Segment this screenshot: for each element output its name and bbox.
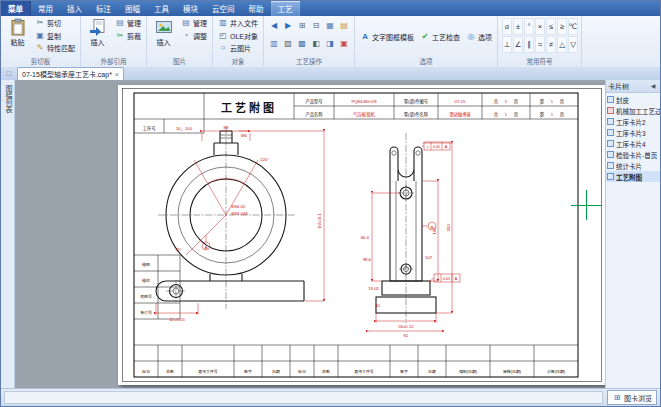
symbol-degree-button[interactable]: ° <box>524 18 534 35</box>
card-browse-button[interactable]: 图卡浏览 <box>607 390 657 405</box>
row-ops-button[interactable] <box>267 35 281 53</box>
group-clipboard: 粘贴 剪切 复制 特性匹配 剪切板 <box>1 16 81 67</box>
dim-66-4: 66.4 <box>361 235 370 240</box>
options-button[interactable]: 选项 <box>464 31 494 44</box>
xref-manage-button[interactable]: 管理 <box>113 17 143 30</box>
tab-module[interactable]: 模块 <box>176 1 205 16</box>
card-icon-red <box>607 107 614 114</box>
image-insert-icon <box>155 18 173 36</box>
bt-cell-3: 签字 <box>244 369 252 374</box>
text-frame-template-label: 文字图框模板 <box>372 32 414 42</box>
close-document-icon[interactable]: × <box>115 71 119 78</box>
symbol-celsius-button[interactable]: ℃ <box>568 18 578 35</box>
shift-right-button[interactable] <box>323 35 337 53</box>
tab-help[interactable]: 帮助 <box>242 1 271 16</box>
pages2-ye1: 页 <box>514 112 519 118</box>
symbol-angle-button[interactable]: ∠ <box>513 36 523 53</box>
ole-object-button[interactable]: OLE对象 <box>216 30 260 43</box>
tab-insert[interactable]: 插入 <box>60 1 89 16</box>
match-properties-button[interactable]: 特性匹配 <box>33 42 77 55</box>
merge-cells-button[interactable] <box>281 35 295 53</box>
text-frame-template-button[interactable]: 文字图框模板 <box>358 31 416 44</box>
card-icon <box>607 129 614 136</box>
merge-cells-icon <box>283 39 293 49</box>
symbol-lessequal-button[interactable]: ≤ <box>546 18 556 35</box>
op-number-box: 工序号 10、100 <box>134 119 204 133</box>
cloud-image-button[interactable]: 云图片 <box>216 42 260 55</box>
symbol-greaterequal-button[interactable]: ≥ <box>557 18 567 35</box>
edit-table-button[interactable] <box>337 17 351 35</box>
image-adjust-label: 调整 <box>193 31 207 41</box>
group-image: 插入 管理 调整 图片 <box>147 16 213 67</box>
next-card-icon <box>283 21 293 31</box>
collapse-panel-icon[interactable] <box>648 81 658 91</box>
drawing-canvas[interactable]: 工艺附图 产品型号 PQ84J80×28 零(部)件图号 07-15 共 1 页… <box>15 80 605 389</box>
document-tab[interactable]: 07-15模型轴承座工艺卡.cap* × <box>17 67 124 80</box>
tab-cloud[interactable]: 云空间 <box>205 1 242 16</box>
bt-cell-7: 更改文件号 <box>354 369 374 374</box>
copy-label: 复制 <box>47 31 61 41</box>
tree-item-op-card-2[interactable]: 工序卡片2 <box>606 116 660 127</box>
image-insert-button[interactable]: 插入 <box>150 17 177 48</box>
split-cells-button[interactable] <box>295 35 309 53</box>
drawing-sheet[interactable]: 工艺附图 产品型号 PQ84J80×28 零(部)件图号 07-15 共 1 页… <box>118 85 605 385</box>
cut-button[interactable]: 剪切 <box>33 17 77 30</box>
symbol-notequal-button[interactable]: ≠ <box>546 36 556 53</box>
symbol-parallel-button[interactable]: ∥ <box>524 36 534 53</box>
card-icon <box>607 173 614 180</box>
fill-table-button[interactable] <box>323 17 337 35</box>
paste-button[interactable]: 粘贴 <box>4 17 31 48</box>
main-area: 图幅列表 <box>1 80 660 389</box>
tree-item-op-card-4[interactable]: 工序卡片4 <box>606 138 660 149</box>
tree-item-label: 工序卡片2 <box>616 117 646 127</box>
symbol-triangle-down-button[interactable]: ▽ <box>568 36 578 53</box>
left-box-bind-no: 装订号 <box>140 310 152 315</box>
next-card-button[interactable] <box>281 17 295 35</box>
tree-item-cover[interactable]: 封皮 <box>606 94 660 105</box>
tab-frame[interactable]: 图幅 <box>118 1 147 16</box>
part-no-label: 零(部)件图号 <box>404 98 428 105</box>
symbol-plusminus-button[interactable]: ± <box>513 18 523 35</box>
tree-item-process-card[interactable]: 机械加工工艺过程卡片 <box>606 105 660 116</box>
ribbon: 粘贴 剪切 复制 特性匹配 剪切板 <box>1 16 660 68</box>
frame-list-tab[interactable]: 图幅列表 <box>1 80 13 113</box>
symbol-diameter-button[interactable]: ⌀ <box>502 18 512 35</box>
tab-annotate[interactable]: 标注 <box>89 1 118 16</box>
tree-item-label: 检验卡片-首页 <box>616 150 657 160</box>
options-label: 选项 <box>478 32 492 42</box>
delete-row-button[interactable] <box>309 17 323 35</box>
symbol-perpendicular-button[interactable]: ⊥ <box>502 36 512 53</box>
image-adjust-button[interactable]: 调整 <box>179 30 209 43</box>
tab-process-active[interactable]: 工艺 <box>271 1 300 16</box>
symbol-triangle-up-button[interactable]: △ <box>557 36 567 53</box>
symbol-approx-button[interactable]: ≈ <box>535 36 545 53</box>
menu-bar: 菜单 常用 插入 标注 图幅 工具 模块 云空间 帮助 工艺 <box>1 1 660 16</box>
tree-item-stats-card[interactable]: 统计卡片 <box>606 160 660 171</box>
tree-item-inspection-card[interactable]: 检验卡片-首页 <box>606 149 660 160</box>
tree-item-label: 封皮 <box>616 95 629 105</box>
pages-ye1: 页 <box>514 99 519 105</box>
tab-menu[interactable]: 菜单 <box>1 1 31 16</box>
cell-format-button[interactable] <box>337 35 351 53</box>
xref-clip-label: 剪裁 <box>127 31 141 41</box>
symbol-times-button[interactable]: × <box>535 18 545 35</box>
image-manage-button[interactable]: 管理 <box>179 17 209 30</box>
cell-format-icon <box>339 39 349 49</box>
xref-manage-icon <box>115 18 125 28</box>
merge-file-button[interactable]: 并入文件 <box>216 17 260 30</box>
process-check-button[interactable]: 工艺检查 <box>418 31 462 44</box>
tab-tools[interactable]: 工具 <box>147 1 176 16</box>
prev-card-button[interactable] <box>267 17 281 35</box>
copy-button[interactable]: 复制 <box>33 30 77 43</box>
tab-common[interactable]: 常用 <box>31 1 60 16</box>
image-adjust-icon <box>181 31 191 41</box>
tree-item-op-card-3[interactable]: 工序卡片3 <box>606 127 660 138</box>
insert-row-button[interactable] <box>295 17 309 35</box>
tree-item-process-figure[interactable]: 工艺附图 <box>606 171 660 182</box>
options-icon <box>466 32 476 42</box>
xref-insert-button[interactable]: 插入 <box>84 17 111 48</box>
datum-a: A <box>205 245 208 250</box>
gdt2-symbol: ▱ <box>436 277 439 281</box>
shift-left-button[interactable] <box>309 35 323 53</box>
xref-clip-button[interactable]: 剪裁 <box>113 30 143 43</box>
